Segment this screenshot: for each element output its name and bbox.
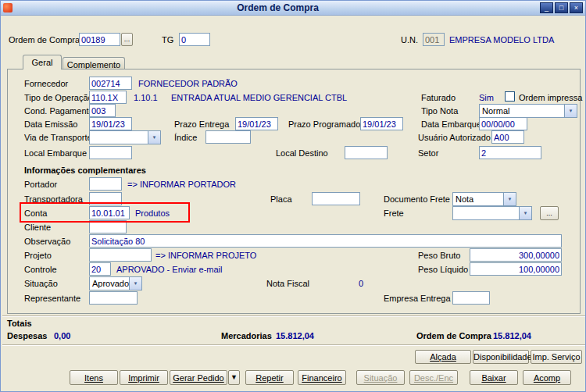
ordem-impressa-checkbox[interactable]: [505, 91, 515, 102]
baixar-button[interactable]: Baixar: [470, 370, 518, 385]
empresa-entrega-input[interactable]: [452, 291, 490, 305]
frete-value: [453, 207, 519, 219]
chevron-down-icon: ▼: [519, 207, 531, 219]
transportadora-input[interactable]: [89, 192, 122, 205]
situacao-label: Situação: [24, 279, 58, 288]
fornecedor-label: Fornecedor: [24, 79, 68, 88]
via-transporte-label: Via de Transporte: [24, 133, 92, 142]
local-embarque-label: Local Embarque: [24, 148, 87, 158]
un-input: [423, 33, 445, 46]
chevron-down-icon: ▼: [503, 193, 516, 205]
tipo-operacao-label: Tipo de Operação: [24, 93, 93, 102]
data-emissao-input[interactable]: [89, 117, 132, 130]
via-transporte-select[interactable]: ▼: [89, 130, 161, 144]
tab-complemento[interactable]: Complemento: [63, 57, 125, 69]
documento-frete-value: Nota: [453, 193, 503, 205]
tipo-nota-select[interactable]: Normal ▼: [479, 104, 577, 118]
frete-select[interactable]: ▼: [452, 206, 532, 220]
repetir-button[interactable]: Repetir: [245, 370, 294, 385]
observacao-input[interactable]: [89, 234, 562, 248]
conta-desc: Produtos: [135, 208, 170, 218]
frete-label: Frete: [384, 208, 404, 218]
despesas-value: 0,00: [54, 331, 70, 340]
cond-pagamento-label: Cond. Pagamento: [24, 106, 94, 116]
mercadorias-value: 15.812,04: [276, 331, 314, 340]
ordem-browse-button[interactable]: ...: [121, 33, 133, 46]
transportadora-label: Transportadora: [24, 194, 83, 204]
ordem-de-compra-label: Ordem de Compra: [9, 35, 80, 45]
minimize-button[interactable]: _: [540, 2, 553, 13]
titlebar[interactable]: Ordem de Compra _ □ ×: [1, 1, 585, 16]
tg-input[interactable]: [179, 33, 210, 46]
ordem-compra-total-label: Ordem de Compra: [416, 331, 491, 340]
prazo-entrega-label: Prazo Entrega: [174, 119, 229, 129]
peso-liquido-input[interactable]: [470, 262, 562, 276]
alcada-button[interactable]: Alçada: [415, 350, 471, 364]
chevron-down-icon: ▼: [148, 131, 160, 144]
disponibilidade-button[interactable]: Disponibilidade: [473, 350, 529, 364]
frete-browse-button[interactable]: ...: [540, 206, 559, 220]
documento-frete-select[interactable]: Nota ▼: [452, 192, 516, 206]
documento-frete-label: Documento Frete: [384, 194, 450, 204]
informacoes-complementares-title: Informações complementares: [24, 166, 146, 175]
tipo-nota-value: Normal: [480, 105, 564, 117]
nota-fiscal-value: 0: [359, 279, 363, 288]
local-destino-label: Local Destino: [276, 148, 328, 158]
ordem-de-compra-input[interactable]: [79, 33, 120, 46]
local-destino-input[interactable]: [345, 146, 388, 159]
data-embarque-input[interactable]: [479, 117, 527, 130]
cond-pagamento-input[interactable]: [89, 104, 116, 117]
acomp-button[interactable]: Acomp: [523, 370, 571, 385]
controle-label: Controle: [24, 265, 57, 274]
maximize-button[interactable]: □: [555, 2, 568, 13]
un-label: U.N.: [401, 35, 418, 45]
financeiro-button[interactable]: Financeiro: [298, 370, 346, 385]
cliente-label: Cliente: [24, 223, 51, 232]
itens-button[interactable]: Itens: [70, 370, 118, 385]
imprimir-button[interactable]: Imprimir: [120, 370, 168, 385]
peso-bruto-input[interactable]: [470, 248, 562, 262]
imp-servico-button[interactable]: Imp. Serviço: [531, 350, 582, 364]
gerar-pedido-button[interactable]: Gerar Pedido: [170, 370, 227, 385]
portador-input[interactable]: [89, 177, 122, 191]
ordem-impressa-label: Ordem impressa: [519, 93, 582, 102]
prazo-programado-label: Prazo Programado: [288, 119, 360, 129]
totais-title: Totais: [7, 319, 32, 328]
placa-label: Placa: [270, 194, 292, 204]
app-icon: [3, 3, 13, 12]
setor-input[interactable]: [479, 146, 541, 159]
portador-label: Portador: [24, 180, 57, 189]
fornecedor-desc: FORNECEDOR PADRÃO: [138, 79, 238, 88]
peso-liquido-label: Peso Líquido: [418, 265, 468, 274]
prazo-programado-input[interactable]: [360, 117, 403, 130]
indice-label: Índice: [174, 133, 197, 142]
local-embarque-input[interactable]: [89, 146, 132, 159]
tipo-operacao-code: 1.10.1: [134, 93, 158, 102]
usuario-autorizado-input[interactable]: [491, 130, 524, 144]
representante-input[interactable]: [89, 291, 138, 305]
controle-input[interactable]: [89, 262, 111, 276]
situacao-select[interactable]: Aprovado ▼: [89, 276, 142, 290]
tipo-operacao-input[interactable]: [89, 91, 127, 104]
projeto-hint: => INFORMAR PROJETO: [155, 251, 256, 260]
conta-input[interactable]: [89, 206, 130, 219]
projeto-input[interactable]: [89, 248, 152, 262]
close-button[interactable]: ×: [570, 2, 583, 13]
peso-bruto-label: Peso Bruto: [418, 251, 460, 260]
cliente-input[interactable]: [89, 220, 127, 233]
indice-input[interactable]: [205, 130, 251, 144]
ordem-de-compra-window: Ordem de Compra _ □ × Ordem de Compra ..…: [0, 0, 586, 392]
fornecedor-input[interactable]: [89, 77, 132, 90]
empresa-entrega-label: Empresa Entrega: [384, 294, 451, 303]
tipo-nota-label: Tipo Nota: [421, 106, 458, 116]
tab-geral[interactable]: Geral: [23, 55, 62, 69]
despesas-label: Despesas: [7, 331, 47, 340]
gerar-pedido-dropdown-button[interactable]: ▼: [228, 370, 240, 385]
desc-enc-button: Desc./Enc: [409, 370, 458, 385]
data-emissao-label: Data Emissão: [24, 119, 77, 129]
totais-divider: [2, 315, 585, 317]
nota-fiscal-label: Nota Fiscal: [266, 279, 309, 288]
placa-input[interactable]: [312, 192, 360, 205]
faturado-label: Faturado: [421, 93, 456, 102]
prazo-entrega-input[interactable]: [235, 117, 278, 130]
